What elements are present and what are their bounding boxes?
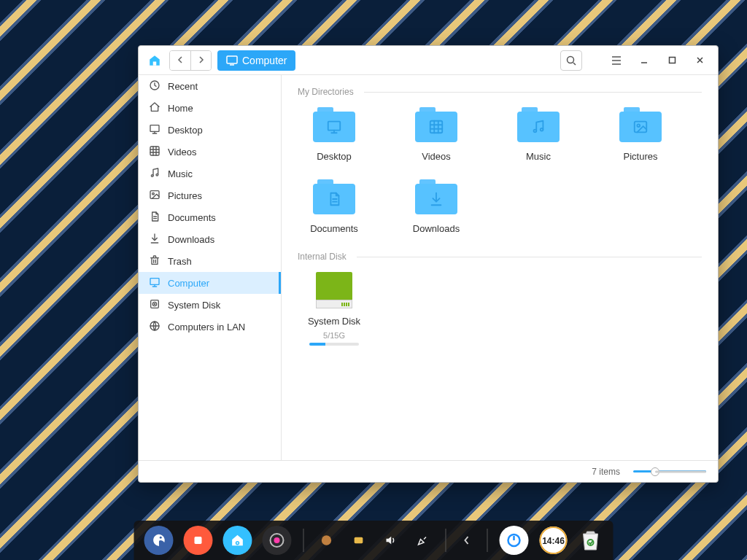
- folder-label: Documents: [298, 223, 371, 234]
- image-icon: [149, 189, 160, 203]
- svg-rect-5: [150, 125, 159, 131]
- dock-collapse-button[interactable]: [458, 526, 476, 555]
- folder-label: Music: [502, 151, 575, 162]
- svg-rect-29: [355, 537, 363, 543]
- sidebar-item-label: Documents: [168, 212, 216, 223]
- maximize-icon: [668, 56, 676, 64]
- monitor-icon: [226, 55, 238, 66]
- sidebar-item-lan[interactable]: Computers in LAN: [139, 316, 281, 338]
- hamburger-icon: [611, 56, 622, 65]
- zoom-slider[interactable]: [633, 470, 706, 472]
- disk-usage-bar: [309, 343, 359, 346]
- minimize-icon: [640, 56, 649, 65]
- folder-icon: [415, 107, 457, 142]
- monitor-icon: [149, 123, 160, 137]
- sidebar-item-label: Home: [168, 103, 193, 114]
- sidebar-item-label: Pictures: [168, 190, 202, 201]
- file-manager-window: Computer Recent Home Desktop V: [138, 45, 719, 483]
- disk-usage-text: 5/15G: [298, 331, 371, 340]
- svg-rect-17: [430, 121, 443, 133]
- svg-point-2: [568, 56, 574, 63]
- folder-icon: [415, 179, 457, 214]
- svg-point-25: [236, 542, 238, 544]
- folder-label: Pictures: [604, 151, 677, 162]
- sidebar-item-trash[interactable]: Trash: [139, 250, 281, 272]
- sidebar-item-label: Downloads: [168, 234, 214, 245]
- disk-icon: [316, 272, 352, 308]
- sidebar-item-systemdisk[interactable]: System Disk: [139, 294, 281, 316]
- dock-settings[interactable]: [263, 526, 292, 555]
- film-icon: [149, 145, 160, 159]
- sidebar-item-pictures[interactable]: Pictures: [139, 184, 281, 206]
- folder-tile-music[interactable]: Music: [502, 107, 575, 162]
- dock-separator: [446, 529, 446, 552]
- sidebar-item-label: Computer: [168, 278, 209, 289]
- folder-icon: [517, 107, 560, 142]
- svg-point-14: [154, 303, 155, 304]
- sidebar-item-music[interactable]: Music: [139, 163, 281, 184]
- dock-clock[interactable]: 14:46: [539, 526, 568, 555]
- search-icon: [566, 55, 576, 66]
- svg-rect-3: [669, 58, 675, 63]
- divider: [364, 92, 702, 93]
- folder-tile-desktop[interactable]: Desktop: [298, 107, 371, 162]
- disk-icon: [149, 298, 160, 312]
- globe-icon: [149, 320, 160, 334]
- sidebar-item-home[interactable]: Home: [139, 97, 281, 119]
- sidebar-item-videos[interactable]: Videos: [139, 141, 281, 163]
- sidebar-item-label: Music: [168, 168, 193, 179]
- tray-tray-1[interactable]: [316, 526, 338, 555]
- titlebar: Computer: [139, 46, 718, 75]
- window-minimize-button[interactable]: [633, 50, 655, 71]
- trash-icon: [149, 254, 160, 268]
- sidebar-item-label: Recent: [168, 81, 198, 92]
- folder-tile-pictures[interactable]: Pictures: [604, 107, 677, 162]
- dock-power[interactable]: [500, 526, 529, 555]
- svg-point-18: [534, 130, 537, 133]
- svg-point-22: [160, 537, 162, 539]
- statusbar: 7 items: [139, 460, 718, 482]
- nav-buttons: [169, 50, 212, 71]
- location-chip[interactable]: Computer: [217, 50, 295, 71]
- window-close-button[interactable]: [689, 50, 711, 71]
- disk-tile-system[interactable]: System Disk 5/15G: [298, 272, 371, 346]
- folder-tile-documents[interactable]: Documents: [298, 179, 371, 234]
- sidebar-item-label: Trash: [168, 256, 192, 267]
- folder-icon: [313, 179, 355, 214]
- dock-filemanager[interactable]: [223, 526, 252, 555]
- svg-text:14:46: 14:46: [542, 536, 565, 546]
- svg-point-27: [274, 537, 280, 543]
- folder-tile-downloads[interactable]: Downloads: [400, 179, 473, 234]
- disk-label: System Disk: [298, 316, 371, 327]
- dock-launcher[interactable]: [144, 526, 174, 555]
- sidebar-item-computer[interactable]: Computer: [139, 272, 281, 294]
- tray-volume[interactable]: [380, 526, 402, 555]
- search-button[interactable]: [560, 50, 582, 71]
- sidebar-item-desktop[interactable]: Desktop: [139, 119, 281, 141]
- sidebar-item-label: Desktop: [168, 125, 203, 136]
- dock-recorder[interactable]: [184, 526, 213, 555]
- window-maximize-button[interactable]: [661, 50, 683, 71]
- menu-button[interactable]: [605, 50, 627, 71]
- svg-rect-23: [195, 537, 202, 544]
- svg-point-19: [541, 128, 543, 131]
- mydirs-grid: Desktop Videos Music Pictures Documents …: [298, 107, 702, 234]
- sidebar-item-downloads[interactable]: Downloads: [139, 228, 281, 250]
- sidebar: Recent Home Desktop Videos Music Picture…: [139, 75, 282, 460]
- section-internal-label: Internal Disk: [298, 252, 347, 262]
- dock-trash[interactable]: [578, 526, 603, 555]
- doc-icon: [149, 211, 160, 225]
- nav-back-button[interactable]: [170, 51, 190, 70]
- clock-icon: [149, 79, 160, 93]
- sidebar-item-recent[interactable]: Recent: [139, 75, 281, 97]
- svg-point-8: [156, 174, 158, 176]
- folder-icon: [313, 107, 355, 142]
- folder-tile-videos[interactable]: Videos: [400, 107, 473, 162]
- sidebar-item-label: Computers in LAN: [168, 322, 245, 332]
- sidebar-item-documents[interactable]: Documents: [139, 206, 281, 228]
- svg-point-21: [637, 124, 640, 127]
- tray-tray-2[interactable]: [348, 526, 370, 555]
- nav-forward-button[interactable]: [190, 51, 211, 70]
- folder-label: Downloads: [400, 223, 473, 234]
- tray-picker[interactable]: [412, 526, 434, 555]
